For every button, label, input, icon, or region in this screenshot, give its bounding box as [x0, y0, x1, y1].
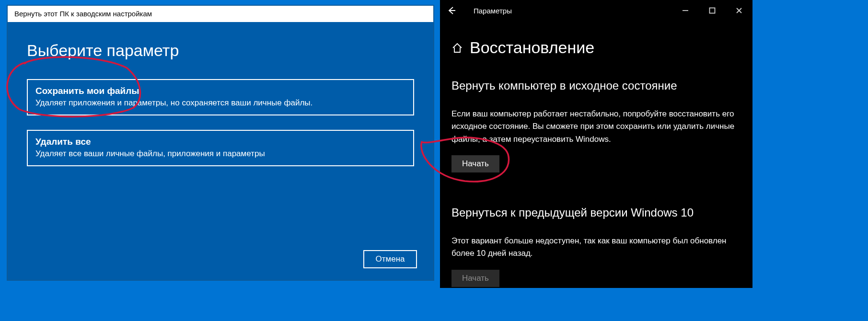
minimize-icon — [682, 7, 689, 14]
start-reset-button[interactable]: Начать — [451, 155, 499, 172]
section-rollback-heading: Вернуться к предыдущей версии Windows 10 — [451, 206, 741, 219]
maximize-button[interactable] — [699, 0, 726, 21]
reset-dialog-body: Выберите параметр Сохранить мои файлы Уд… — [8, 22, 433, 166]
start-rollback-button: Начать — [451, 270, 499, 287]
option-remove-all-desc: Удаляет все ваши личные файлы, приложени… — [35, 149, 405, 159]
page-title: Восстановление — [470, 38, 594, 57]
section-rollback-text: Этот вариант больше недоступен, так как … — [451, 235, 741, 260]
section-reset-text: Если ваш компьютер работает нестабильно,… — [451, 108, 741, 146]
arrow-left-icon — [447, 6, 456, 15]
settings-titlebar: Параметры — [440, 0, 752, 21]
option-keep-files[interactable]: Сохранить мои файлы Удаляет приложения и… — [27, 79, 414, 115]
reset-heading: Выберите параметр — [27, 41, 414, 60]
minimize-button[interactable] — [672, 0, 699, 21]
back-button[interactable] — [440, 0, 463, 21]
settings-titlebar-label: Параметры — [474, 7, 672, 15]
spacer — [451, 172, 741, 206]
settings-window: Параметры Восстановление Вернуть компьют… — [440, 0, 752, 288]
reset-dialog-title: Вернуть этот ПК к заводским настройкам — [8, 6, 433, 22]
option-remove-all[interactable]: Удалить все Удаляет все ваши личные файл… — [27, 130, 414, 166]
option-keep-files-title: Сохранить мои файлы — [35, 86, 405, 96]
home-icon — [451, 42, 463, 54]
close-button[interactable] — [726, 0, 752, 21]
maximize-icon — [709, 7, 716, 14]
reset-dialog: Вернуть этот ПК к заводским настройкам В… — [7, 5, 434, 281]
page-title-row: Восстановление — [451, 38, 741, 57]
option-remove-all-title: Удалить все — [35, 137, 405, 147]
svg-rect-0 — [710, 8, 715, 13]
section-reset-heading: Вернуть компьютер в исходное состояние — [451, 79, 741, 92]
close-icon — [736, 7, 742, 14]
settings-body: Восстановление Вернуть компьютер в исход… — [440, 38, 752, 287]
cancel-button[interactable]: Отмена — [363, 250, 417, 268]
option-keep-files-desc: Удаляет приложения и параметры, но сохра… — [35, 98, 405, 108]
